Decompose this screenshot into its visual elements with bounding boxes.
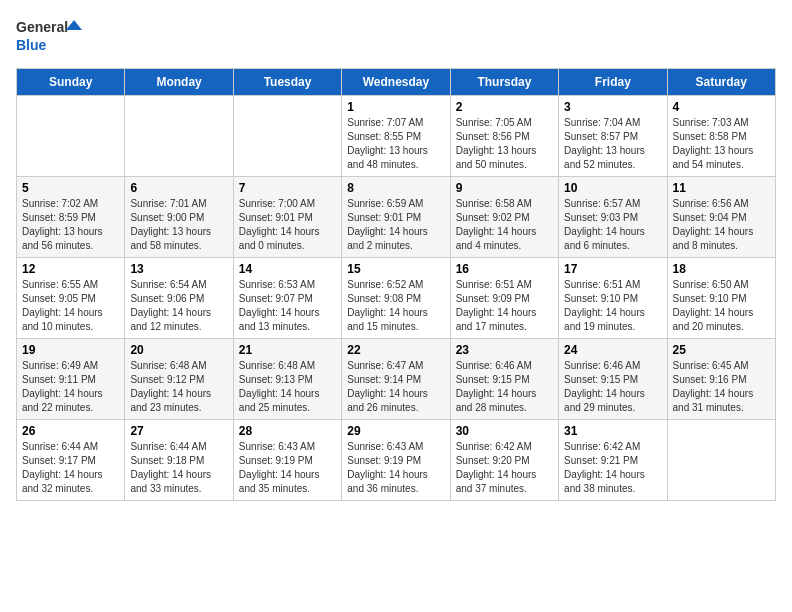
day-info: Sunrise: 6:42 AM Sunset: 9:21 PM Dayligh… (564, 440, 661, 496)
day-info: Sunrise: 6:57 AM Sunset: 9:03 PM Dayligh… (564, 197, 661, 253)
calendar-cell: 12Sunrise: 6:55 AM Sunset: 9:05 PM Dayli… (17, 258, 125, 339)
day-number: 14 (239, 262, 336, 276)
day-of-week-header: Saturday (667, 69, 775, 96)
day-info: Sunrise: 6:47 AM Sunset: 9:14 PM Dayligh… (347, 359, 444, 415)
day-of-week-header: Wednesday (342, 69, 450, 96)
calendar-cell: 29Sunrise: 6:43 AM Sunset: 9:19 PM Dayli… (342, 420, 450, 501)
calendar-cell: 27Sunrise: 6:44 AM Sunset: 9:18 PM Dayli… (125, 420, 233, 501)
day-info: Sunrise: 6:46 AM Sunset: 9:15 PM Dayligh… (564, 359, 661, 415)
day-of-week-header: Thursday (450, 69, 558, 96)
calendar-cell: 22Sunrise: 6:47 AM Sunset: 9:14 PM Dayli… (342, 339, 450, 420)
calendar-cell: 16Sunrise: 6:51 AM Sunset: 9:09 PM Dayli… (450, 258, 558, 339)
day-number: 13 (130, 262, 227, 276)
day-info: Sunrise: 6:53 AM Sunset: 9:07 PM Dayligh… (239, 278, 336, 334)
svg-text:General: General (16, 19, 68, 35)
day-number: 16 (456, 262, 553, 276)
calendar-week-row: 12Sunrise: 6:55 AM Sunset: 9:05 PM Dayli… (17, 258, 776, 339)
calendar-cell: 9Sunrise: 6:58 AM Sunset: 9:02 PM Daylig… (450, 177, 558, 258)
day-info: Sunrise: 6:48 AM Sunset: 9:13 PM Dayligh… (239, 359, 336, 415)
calendar-cell: 6Sunrise: 7:01 AM Sunset: 9:00 PM Daylig… (125, 177, 233, 258)
day-number: 5 (22, 181, 119, 195)
day-info: Sunrise: 6:50 AM Sunset: 9:10 PM Dayligh… (673, 278, 770, 334)
calendar-cell: 15Sunrise: 6:52 AM Sunset: 9:08 PM Dayli… (342, 258, 450, 339)
calendar-cell (233, 96, 341, 177)
day-number: 7 (239, 181, 336, 195)
day-number: 24 (564, 343, 661, 357)
calendar-cell: 20Sunrise: 6:48 AM Sunset: 9:12 PM Dayli… (125, 339, 233, 420)
day-of-week-header: Sunday (17, 69, 125, 96)
day-info: Sunrise: 6:46 AM Sunset: 9:15 PM Dayligh… (456, 359, 553, 415)
day-number: 11 (673, 181, 770, 195)
day-info: Sunrise: 7:05 AM Sunset: 8:56 PM Dayligh… (456, 116, 553, 172)
calendar-cell: 13Sunrise: 6:54 AM Sunset: 9:06 PM Dayli… (125, 258, 233, 339)
day-info: Sunrise: 6:49 AM Sunset: 9:11 PM Dayligh… (22, 359, 119, 415)
svg-marker-2 (66, 20, 82, 30)
day-info: Sunrise: 6:59 AM Sunset: 9:01 PM Dayligh… (347, 197, 444, 253)
day-info: Sunrise: 6:51 AM Sunset: 9:09 PM Dayligh… (456, 278, 553, 334)
day-info: Sunrise: 7:03 AM Sunset: 8:58 PM Dayligh… (673, 116, 770, 172)
day-number: 28 (239, 424, 336, 438)
day-info: Sunrise: 7:00 AM Sunset: 9:01 PM Dayligh… (239, 197, 336, 253)
calendar-cell: 3Sunrise: 7:04 AM Sunset: 8:57 PM Daylig… (559, 96, 667, 177)
day-info: Sunrise: 6:43 AM Sunset: 9:19 PM Dayligh… (347, 440, 444, 496)
calendar-cell: 24Sunrise: 6:46 AM Sunset: 9:15 PM Dayli… (559, 339, 667, 420)
day-number: 10 (564, 181, 661, 195)
day-number: 31 (564, 424, 661, 438)
day-number: 6 (130, 181, 227, 195)
calendar-cell: 30Sunrise: 6:42 AM Sunset: 9:20 PM Dayli… (450, 420, 558, 501)
calendar-cell: 31Sunrise: 6:42 AM Sunset: 9:21 PM Dayli… (559, 420, 667, 501)
day-number: 27 (130, 424, 227, 438)
svg-text:Blue: Blue (16, 37, 47, 53)
day-number: 15 (347, 262, 444, 276)
day-info: Sunrise: 6:48 AM Sunset: 9:12 PM Dayligh… (130, 359, 227, 415)
calendar-cell: 11Sunrise: 6:56 AM Sunset: 9:04 PM Dayli… (667, 177, 775, 258)
day-number: 12 (22, 262, 119, 276)
day-number: 29 (347, 424, 444, 438)
calendar-cell: 4Sunrise: 7:03 AM Sunset: 8:58 PM Daylig… (667, 96, 775, 177)
calendar-cell (17, 96, 125, 177)
day-number: 20 (130, 343, 227, 357)
day-info: Sunrise: 6:54 AM Sunset: 9:06 PM Dayligh… (130, 278, 227, 334)
day-info: Sunrise: 7:07 AM Sunset: 8:55 PM Dayligh… (347, 116, 444, 172)
day-of-week-header: Monday (125, 69, 233, 96)
day-number: 18 (673, 262, 770, 276)
day-number: 9 (456, 181, 553, 195)
calendar-cell: 19Sunrise: 6:49 AM Sunset: 9:11 PM Dayli… (17, 339, 125, 420)
calendar-cell: 5Sunrise: 7:02 AM Sunset: 8:59 PM Daylig… (17, 177, 125, 258)
day-info: Sunrise: 6:44 AM Sunset: 9:18 PM Dayligh… (130, 440, 227, 496)
calendar-cell: 14Sunrise: 6:53 AM Sunset: 9:07 PM Dayli… (233, 258, 341, 339)
day-info: Sunrise: 6:45 AM Sunset: 9:16 PM Dayligh… (673, 359, 770, 415)
calendar-cell: 26Sunrise: 6:44 AM Sunset: 9:17 PM Dayli… (17, 420, 125, 501)
calendar-cell: 10Sunrise: 6:57 AM Sunset: 9:03 PM Dayli… (559, 177, 667, 258)
day-number: 4 (673, 100, 770, 114)
calendar-header-row: SundayMondayTuesdayWednesdayThursdayFrid… (17, 69, 776, 96)
day-info: Sunrise: 7:01 AM Sunset: 9:00 PM Dayligh… (130, 197, 227, 253)
day-info: Sunrise: 6:58 AM Sunset: 9:02 PM Dayligh… (456, 197, 553, 253)
day-info: Sunrise: 6:42 AM Sunset: 9:20 PM Dayligh… (456, 440, 553, 496)
calendar-cell (125, 96, 233, 177)
day-number: 25 (673, 343, 770, 357)
calendar-cell (667, 420, 775, 501)
calendar-week-row: 26Sunrise: 6:44 AM Sunset: 9:17 PM Dayli… (17, 420, 776, 501)
day-info: Sunrise: 6:51 AM Sunset: 9:10 PM Dayligh… (564, 278, 661, 334)
calendar-cell: 25Sunrise: 6:45 AM Sunset: 9:16 PM Dayli… (667, 339, 775, 420)
day-info: Sunrise: 7:04 AM Sunset: 8:57 PM Dayligh… (564, 116, 661, 172)
day-info: Sunrise: 6:55 AM Sunset: 9:05 PM Dayligh… (22, 278, 119, 334)
day-number: 2 (456, 100, 553, 114)
calendar-cell: 2Sunrise: 7:05 AM Sunset: 8:56 PM Daylig… (450, 96, 558, 177)
day-number: 1 (347, 100, 444, 114)
day-info: Sunrise: 7:02 AM Sunset: 8:59 PM Dayligh… (22, 197, 119, 253)
day-number: 19 (22, 343, 119, 357)
logo-svg: GeneralBlue (16, 16, 86, 56)
day-number: 30 (456, 424, 553, 438)
day-number: 8 (347, 181, 444, 195)
calendar-cell: 7Sunrise: 7:00 AM Sunset: 9:01 PM Daylig… (233, 177, 341, 258)
calendar-cell: 23Sunrise: 6:46 AM Sunset: 9:15 PM Dayli… (450, 339, 558, 420)
day-info: Sunrise: 6:44 AM Sunset: 9:17 PM Dayligh… (22, 440, 119, 496)
calendar-cell: 18Sunrise: 6:50 AM Sunset: 9:10 PM Dayli… (667, 258, 775, 339)
calendar-cell: 21Sunrise: 6:48 AM Sunset: 9:13 PM Dayli… (233, 339, 341, 420)
day-info: Sunrise: 6:56 AM Sunset: 9:04 PM Dayligh… (673, 197, 770, 253)
day-info: Sunrise: 6:43 AM Sunset: 9:19 PM Dayligh… (239, 440, 336, 496)
day-number: 22 (347, 343, 444, 357)
day-number: 26 (22, 424, 119, 438)
